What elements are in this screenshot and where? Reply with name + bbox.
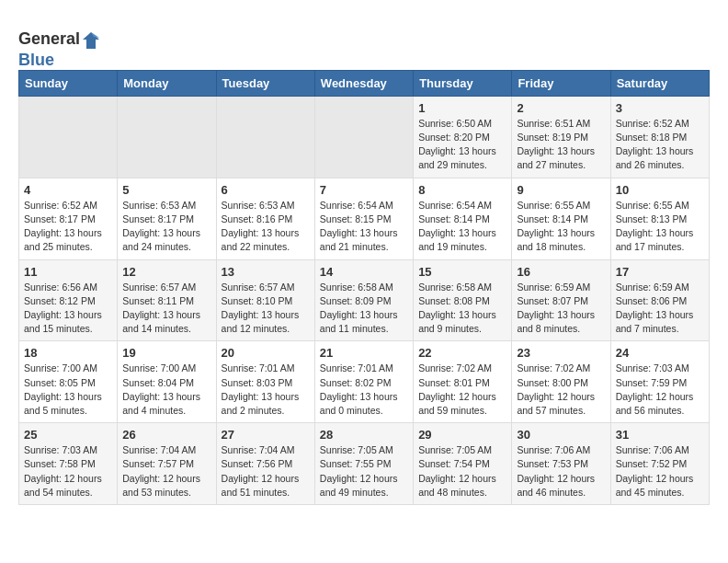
day-info: Sunrise: 6:57 AM Sunset: 8:11 PM Dayligh…: [122, 281, 210, 337]
calendar-day-cell: 3Sunrise: 6:52 AM Sunset: 8:18 PM Daylig…: [610, 96, 709, 178]
day-info: Sunrise: 7:05 AM Sunset: 7:54 PM Dayligh…: [418, 443, 506, 500]
days-header-row: SundayMondayTuesdayWednesdayThursdayFrid…: [19, 70, 710, 96]
calendar-day-cell: 11Sunrise: 6:56 AM Sunset: 8:12 PM Dayli…: [19, 259, 118, 341]
calendar-day-cell: 2Sunrise: 6:51 AM Sunset: 8:19 PM Daylig…: [512, 96, 610, 178]
day-number: 19: [122, 346, 210, 360]
day-info: Sunrise: 6:55 AM Sunset: 8:13 PM Dayligh…: [616, 199, 704, 255]
calendar-day-cell: [314, 96, 413, 178]
day-info: Sunrise: 7:02 AM Sunset: 8:00 PM Dayligh…: [517, 362, 605, 418]
calendar-table: SundayMondayTuesdayWednesdayThursdayFrid…: [18, 70, 710, 505]
calendar-week-row: 25Sunrise: 7:03 AM Sunset: 7:58 PM Dayli…: [19, 423, 710, 505]
day-info: Sunrise: 6:52 AM Sunset: 8:17 PM Dayligh…: [24, 199, 112, 255]
day-number: 16: [517, 265, 605, 279]
logo-general: General: [18, 29, 80, 48]
calendar-day-cell: 21Sunrise: 7:01 AM Sunset: 8:02 PM Dayli…: [314, 341, 413, 423]
day-of-week-header: Saturday: [610, 70, 709, 96]
day-info: Sunrise: 6:51 AM Sunset: 8:19 PM Dayligh…: [517, 117, 605, 173]
day-number: 13: [222, 265, 310, 279]
calendar-day-cell: 30Sunrise: 7:06 AM Sunset: 7:53 PM Dayli…: [512, 423, 610, 505]
day-number: 14: [320, 265, 408, 279]
day-number: 17: [616, 265, 704, 279]
day-info: Sunrise: 7:03 AM Sunset: 7:58 PM Dayligh…: [24, 443, 112, 500]
day-info: Sunrise: 6:54 AM Sunset: 8:15 PM Dayligh…: [320, 199, 408, 255]
day-info: Sunrise: 6:50 AM Sunset: 8:20 PM Dayligh…: [418, 117, 506, 173]
calendar-day-cell: 12Sunrise: 6:57 AM Sunset: 8:11 PM Dayli…: [118, 259, 216, 341]
calendar-day-cell: 4Sunrise: 6:52 AM Sunset: 8:17 PM Daylig…: [19, 178, 118, 259]
calendar-week-row: 11Sunrise: 6:56 AM Sunset: 8:12 PM Dayli…: [19, 259, 710, 341]
day-info: Sunrise: 7:06 AM Sunset: 7:53 PM Dayligh…: [517, 443, 605, 500]
day-number: 30: [517, 428, 605, 442]
day-number: 23: [517, 346, 605, 360]
day-info: Sunrise: 6:54 AM Sunset: 8:14 PM Dayligh…: [418, 199, 506, 255]
day-of-week-header: Sunday: [19, 70, 118, 96]
day-of-week-header: Monday: [118, 70, 216, 96]
day-info: Sunrise: 7:04 AM Sunset: 7:56 PM Dayligh…: [222, 443, 310, 500]
logo: General Blue: [18, 29, 102, 70]
day-info: Sunrise: 6:57 AM Sunset: 8:10 PM Dayligh…: [222, 281, 310, 337]
calendar-week-row: 4Sunrise: 6:52 AM Sunset: 8:17 PM Daylig…: [19, 178, 710, 259]
calendar-day-cell: [19, 96, 118, 178]
day-info: Sunrise: 7:05 AM Sunset: 7:55 PM Dayligh…: [320, 443, 408, 500]
calendar-day-cell: 26Sunrise: 7:04 AM Sunset: 7:57 PM Dayli…: [118, 423, 216, 505]
calendar-day-cell: 14Sunrise: 6:58 AM Sunset: 8:09 PM Dayli…: [314, 259, 413, 341]
day-info: Sunrise: 6:53 AM Sunset: 8:16 PM Dayligh…: [222, 199, 310, 255]
calendar-day-cell: 9Sunrise: 6:55 AM Sunset: 8:14 PM Daylig…: [512, 178, 610, 259]
day-number: 6: [222, 183, 310, 197]
day-of-week-header: Friday: [512, 70, 610, 96]
day-info: Sunrise: 6:58 AM Sunset: 8:09 PM Dayligh…: [320, 281, 408, 337]
day-number: 24: [616, 346, 704, 360]
day-info: Sunrise: 7:00 AM Sunset: 8:04 PM Dayligh…: [122, 362, 210, 418]
calendar-day-cell: 29Sunrise: 7:05 AM Sunset: 7:54 PM Dayli…: [414, 423, 512, 505]
calendar-day-cell: 10Sunrise: 6:55 AM Sunset: 8:13 PM Dayli…: [610, 178, 709, 259]
calendar-day-cell: 18Sunrise: 7:00 AM Sunset: 8:05 PM Dayli…: [19, 341, 118, 423]
day-number: 10: [616, 183, 704, 197]
calendar-day-cell: 25Sunrise: 7:03 AM Sunset: 7:58 PM Dayli…: [19, 423, 118, 505]
calendar-day-cell: [216, 96, 314, 178]
day-number: 5: [122, 183, 210, 197]
day-info: Sunrise: 6:55 AM Sunset: 8:14 PM Dayligh…: [517, 199, 605, 255]
calendar-day-cell: 19Sunrise: 7:00 AM Sunset: 8:04 PM Dayli…: [118, 341, 216, 423]
calendar-day-cell: 13Sunrise: 6:57 AM Sunset: 8:10 PM Dayli…: [216, 259, 314, 341]
calendar-day-cell: 23Sunrise: 7:02 AM Sunset: 8:00 PM Dayli…: [512, 341, 610, 423]
day-info: Sunrise: 7:06 AM Sunset: 7:52 PM Dayligh…: [616, 443, 704, 500]
day-number: 8: [418, 183, 506, 197]
day-info: Sunrise: 6:59 AM Sunset: 8:06 PM Dayligh…: [616, 281, 704, 337]
day-info: Sunrise: 6:58 AM Sunset: 8:08 PM Dayligh…: [418, 281, 506, 337]
day-info: Sunrise: 6:59 AM Sunset: 8:07 PM Dayligh…: [517, 281, 605, 337]
calendar-week-row: 18Sunrise: 7:00 AM Sunset: 8:05 PM Dayli…: [19, 341, 710, 423]
calendar-day-cell: 15Sunrise: 6:58 AM Sunset: 8:08 PM Dayli…: [414, 259, 512, 341]
calendar-day-cell: 8Sunrise: 6:54 AM Sunset: 8:14 PM Daylig…: [414, 178, 512, 259]
calendar-day-cell: 6Sunrise: 6:53 AM Sunset: 8:16 PM Daylig…: [216, 178, 314, 259]
calendar-day-cell: 27Sunrise: 7:04 AM Sunset: 7:56 PM Dayli…: [216, 423, 314, 505]
day-number: 11: [24, 265, 112, 279]
day-info: Sunrise: 7:04 AM Sunset: 7:57 PM Dayligh…: [122, 443, 210, 500]
day-number: 26: [122, 428, 210, 442]
calendar-day-cell: 5Sunrise: 6:53 AM Sunset: 8:17 PM Daylig…: [118, 178, 216, 259]
logo-bird-icon: [81, 30, 101, 51]
day-number: 9: [517, 183, 605, 197]
day-info: Sunrise: 7:03 AM Sunset: 7:59 PM Dayligh…: [616, 362, 704, 418]
day-number: 1: [418, 101, 506, 115]
day-info: Sunrise: 6:53 AM Sunset: 8:17 PM Dayligh…: [122, 199, 210, 255]
day-number: 3: [616, 101, 704, 115]
calendar-day-cell: [118, 96, 216, 178]
calendar-day-cell: 20Sunrise: 7:01 AM Sunset: 8:03 PM Dayli…: [216, 341, 314, 423]
calendar-day-cell: 7Sunrise: 6:54 AM Sunset: 8:15 PM Daylig…: [314, 178, 413, 259]
day-number: 2: [517, 101, 605, 115]
day-number: 20: [222, 346, 310, 360]
day-number: 22: [418, 346, 506, 360]
day-info: Sunrise: 7:01 AM Sunset: 8:03 PM Dayligh…: [222, 362, 310, 418]
day-number: 27: [222, 428, 310, 442]
day-info: Sunrise: 7:00 AM Sunset: 8:05 PM Dayligh…: [24, 362, 112, 418]
page-header: General Blue: [18, 26, 710, 70]
day-info: Sunrise: 6:52 AM Sunset: 8:18 PM Dayligh…: [616, 117, 704, 173]
day-number: 25: [24, 428, 112, 442]
day-number: 18: [24, 346, 112, 360]
calendar-day-cell: 17Sunrise: 6:59 AM Sunset: 8:06 PM Dayli…: [610, 259, 709, 341]
calendar-day-cell: 24Sunrise: 7:03 AM Sunset: 7:59 PM Dayli…: [610, 341, 709, 423]
day-of-week-header: Wednesday: [314, 70, 413, 96]
day-number: 4: [24, 183, 112, 197]
calendar-day-cell: 31Sunrise: 7:06 AM Sunset: 7:52 PM Dayli…: [610, 423, 709, 505]
svg-marker-0: [83, 32, 99, 49]
day-info: Sunrise: 7:01 AM Sunset: 8:02 PM Dayligh…: [320, 362, 408, 418]
